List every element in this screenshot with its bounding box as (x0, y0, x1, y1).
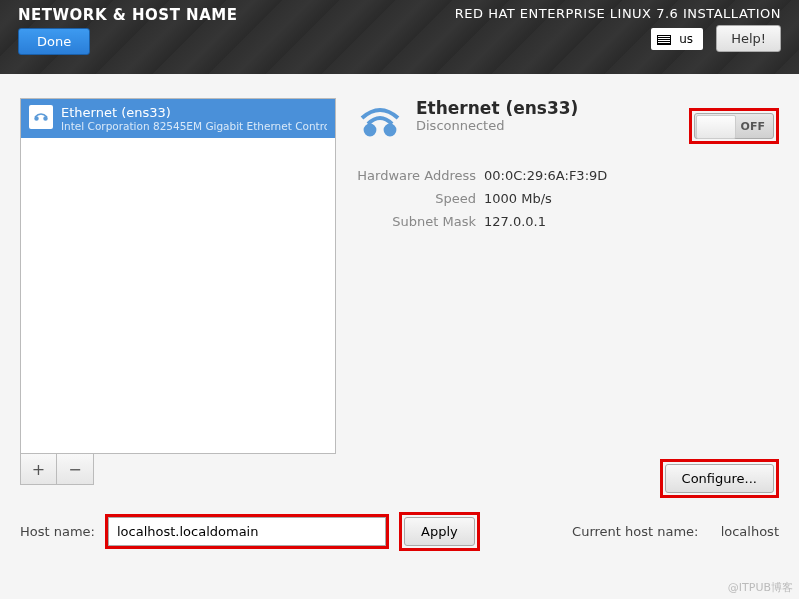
speed-label: Speed (356, 191, 476, 206)
keyboard-layout-indicator[interactable]: us (651, 28, 703, 50)
connection-toggle[interactable]: OFF (694, 113, 774, 139)
connection-status: Disconnected (416, 118, 578, 133)
ethernet-icon (29, 105, 53, 129)
watermark: @ITPUB博客 (728, 580, 793, 595)
hw-address-label: Hardware Address (356, 168, 476, 183)
highlight-box (105, 514, 389, 549)
connection-icon (356, 98, 404, 150)
svg-point-3 (386, 126, 395, 135)
subnet-mask-label: Subnet Mask (356, 214, 476, 229)
hostname-input[interactable] (108, 517, 386, 546)
highlight-box: OFF (689, 108, 779, 144)
svg-point-0 (35, 117, 38, 120)
device-description: Intel Corporation 82545EM Gigabit Ethern… (61, 120, 327, 132)
configure-button[interactable]: Configure... (665, 464, 774, 493)
current-hostname-value: localhost (721, 524, 779, 539)
list-item[interactable]: Ethernet (ens33) Intel Corporation 82545… (21, 99, 335, 138)
help-button[interactable]: Help! (716, 25, 781, 52)
done-button[interactable]: Done (18, 28, 90, 55)
header-bar: NETWORK & HOST NAME Done RED HAT ENTERPR… (0, 0, 799, 74)
keyboard-layout-label: us (679, 32, 693, 46)
add-device-button[interactable]: + (21, 454, 57, 484)
connection-title: Ethernet (ens33) (416, 98, 578, 118)
network-device-list[interactable]: Ethernet (ens33) Intel Corporation 82545… (20, 98, 336, 454)
remove-device-button[interactable]: − (57, 454, 93, 484)
current-hostname-label: Current host name: (572, 524, 698, 539)
keyboard-icon (657, 35, 671, 45)
subnet-mask-value: 127.0.0.1 (484, 214, 546, 229)
highlight-box: Apply (399, 512, 480, 551)
hw-address-value: 00:0C:29:6A:F3:9D (484, 168, 607, 183)
speed-value: 1000 Mb/s (484, 191, 552, 206)
hostname-label: Host name: (20, 524, 95, 539)
apply-button[interactable]: Apply (404, 517, 475, 546)
installer-title: RED HAT ENTERPRISE LINUX 7.6 INSTALLATIO… (455, 6, 781, 21)
device-name: Ethernet (ens33) (61, 105, 327, 120)
svg-point-1 (44, 117, 47, 120)
highlight-box: Configure... (660, 459, 779, 498)
svg-point-2 (366, 126, 375, 135)
toggle-state-label: OFF (741, 120, 765, 133)
